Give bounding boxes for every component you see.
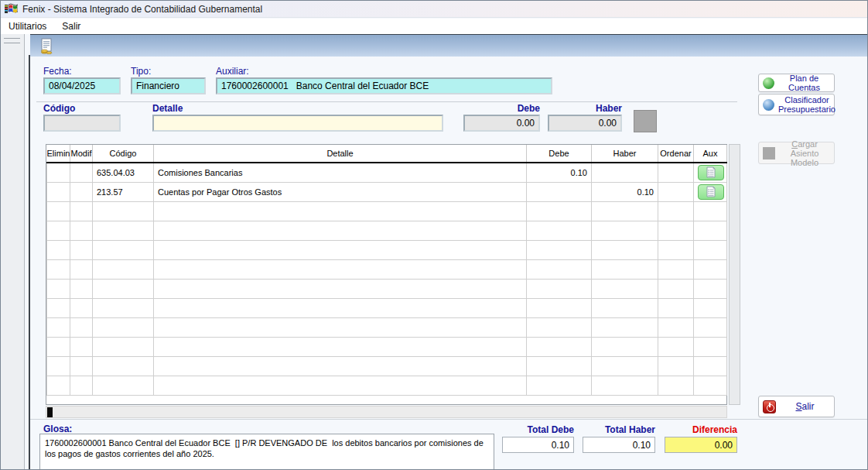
notepad-icon (706, 166, 716, 178)
grid-cell-modif (70, 221, 93, 240)
grid-cell-haber (592, 298, 658, 317)
app-window: Fenix - Sistema Integrado de Contabilida… (0, 0, 868, 470)
detalle-label: Detalle (152, 103, 183, 114)
diferencia-input: 0.00 (665, 437, 737, 453)
grid-cell-codigo: 213.57 (93, 182, 154, 201)
grid-cell-modif (70, 240, 93, 259)
grid-cell-debe (527, 356, 592, 376)
grid-cell-aux (694, 240, 727, 259)
grid-cell-elimin (47, 279, 70, 298)
grid-cell-debe (527, 240, 592, 259)
grid-cell-elimin (47, 221, 70, 240)
grid-cell-debe (527, 259, 592, 279)
grid-cell-elimin (47, 182, 70, 201)
grid-cell-codigo (93, 201, 154, 221)
grid-cell-ordenar (658, 376, 694, 395)
plan-de-cuentas-button[interactable]: Plan de Cuentas (758, 74, 835, 92)
fecha-input[interactable]: 08/04/2025 (43, 77, 121, 94)
grid-cell-modif (70, 182, 93, 201)
grid-row[interactable]: 635.04.03Comisiones Bancarias0.10 (47, 163, 727, 182)
grid-cell-codigo (93, 279, 154, 298)
sidebar (1, 34, 25, 470)
detalle-input[interactable] (152, 115, 443, 132)
grid-cell-debe (527, 221, 592, 240)
hscroll-thumb[interactable] (47, 407, 53, 417)
haber-input[interactable]: 0.00 (548, 115, 622, 132)
grid-cell-elimin (47, 356, 70, 376)
grid-cell-ordenar (658, 221, 694, 240)
grid-cell-detalle (154, 356, 527, 376)
grid-cell-modif (70, 259, 93, 279)
debe-input[interactable]: 0.00 (463, 115, 540, 132)
grid-cell-debe (527, 279, 592, 298)
grid-cell-aux (694, 201, 727, 221)
grid-body: 635.04.03Comisiones Bancarias0.10213.57C… (47, 163, 727, 395)
footer-separator (30, 419, 868, 420)
cargar-asiento-label: Cargar AsientoModelo (779, 139, 830, 167)
grid-cell-ordenar (658, 337, 694, 356)
grid-cell-haber (592, 337, 658, 356)
grid-cell-aux (694, 356, 727, 376)
grid-cell-elimin (47, 163, 70, 182)
toolbar (30, 34, 868, 57)
grid-cell-codigo: 635.04.03 (93, 163, 154, 182)
grid-cell-aux (694, 163, 727, 182)
grid-cell-detalle: Comisiones Bancarias (154, 163, 527, 182)
grid-header: EliminModifCódigoDetalleDebeHaberOrdenar… (47, 145, 727, 163)
grid-row (47, 356, 727, 376)
menu-item-utilitarios[interactable]: Utilitarios (1, 19, 54, 33)
grid-cell-modif (70, 279, 93, 298)
clasificador-presupuestario-button[interactable]: ClasificadorPresupuestario (758, 94, 835, 115)
auxiliar-label: Auxiliar: (216, 66, 249, 77)
grid-cell-codigo (93, 337, 154, 356)
grid-cell-debe: 0.10 (527, 163, 592, 182)
grid-cell-aux (694, 259, 727, 279)
glosa-textarea[interactable]: 1760002600001 Banco Central del Ecuador … (39, 434, 494, 470)
grid-horizontal-scrollbar[interactable] (46, 406, 727, 418)
splitter-handle[interactable] (4, 38, 20, 43)
blank-square-button[interactable] (634, 110, 657, 132)
grid-header-cell: Ordenar (658, 145, 694, 163)
tipo-input[interactable]: Financiero (131, 77, 206, 94)
entries-grid: EliminModifCódigoDetalleDebeHaberOrdenar… (46, 144, 727, 405)
aux-button[interactable] (698, 165, 724, 180)
codigo-input[interactable] (43, 115, 121, 132)
grid-header-cell: Detalle (154, 145, 527, 163)
grid-cell-haber (592, 317, 658, 337)
grid-vertical-scrollbar[interactable] (729, 144, 740, 405)
grid-cell-debe (527, 201, 592, 221)
grid-cell-detalle (154, 337, 527, 356)
grid-cell-haber (592, 221, 658, 240)
grid-cell-detalle (154, 201, 527, 221)
power-icon (763, 400, 776, 413)
grid-cell-debe (527, 298, 592, 317)
grid-cell-haber (592, 356, 658, 376)
grid-row (47, 298, 727, 317)
grid-cell-codigo (93, 317, 154, 337)
gray-square-icon (763, 147, 775, 160)
grid-row[interactable]: 213.57Cuentas por Pagar Otros Gastos0.10 (47, 182, 727, 201)
grid-cell-elimin (47, 240, 70, 259)
grid-cell-codigo (93, 221, 154, 240)
menu-item-salir[interactable]: Salir (54, 19, 88, 33)
total-debe-input: 0.10 (502, 437, 574, 453)
menu-bar: Utilitarios Salir (1, 19, 868, 34)
grid-cell-aux (694, 279, 727, 298)
grid-cell-ordenar (658, 240, 694, 259)
haber-label: Haber (548, 103, 622, 114)
grid-cell-aux (694, 317, 727, 337)
salir-button[interactable]: Salir (758, 396, 835, 417)
grid-cell-modif (70, 201, 93, 221)
grid-cell-ordenar (658, 201, 694, 221)
grid-cell-ordenar (658, 279, 694, 298)
grid-cell-detalle: Cuentas por Pagar Otros Gastos (154, 182, 527, 201)
grid-cell-elimin (47, 376, 70, 395)
auxiliar-input[interactable]: 1760002600001 Banco Central del Ecuador … (216, 77, 552, 94)
window-title: Fenix - Sistema Integrado de Contabilida… (22, 4, 262, 15)
grid-header-cell: Modif (70, 145, 93, 163)
blue-sphere-icon (763, 99, 774, 111)
grid-cell-detalle (154, 317, 527, 337)
grid-cell-modif (70, 376, 93, 395)
save-entry-button[interactable] (37, 36, 56, 55)
aux-button[interactable] (698, 184, 724, 200)
